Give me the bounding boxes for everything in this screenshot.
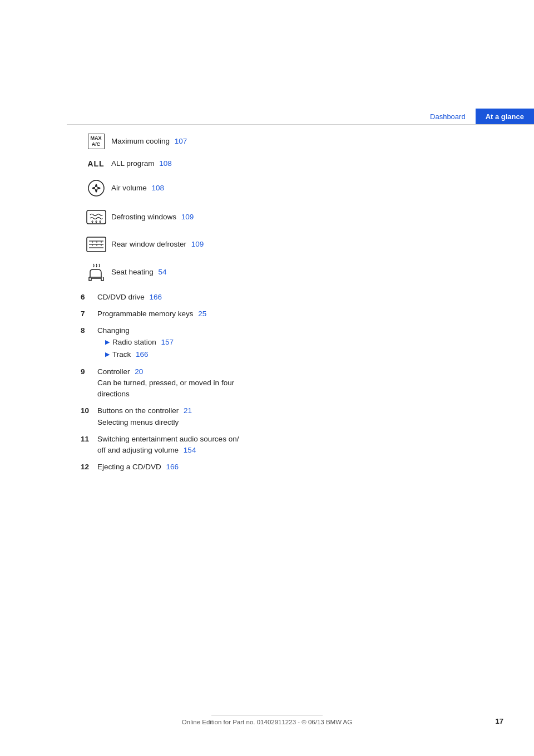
item-6-page[interactable]: 166 [150,293,162,301]
rear-defroster-page[interactable]: 109 [191,240,204,248]
seat-heating-page[interactable]: 54 [159,268,167,276]
item-7-page[interactable]: 25 [198,310,206,318]
item-9-num: 9 [81,366,97,400]
page-number: 17 [496,717,503,725]
item-9-content: Controller 20 Can be turned, pressed, or… [97,366,414,400]
air-vol-icon [81,178,111,198]
all-program-page[interactable]: 108 [159,159,172,168]
footer-text: Online Edition for Part no. 01402911223 … [182,719,352,725]
rear-defroster-icon [81,236,111,253]
main-content: MAX A/C Maximum cooling 107 ALL ALL prog… [81,134,414,479]
item-11-page[interactable]: 154 [184,446,196,454]
item-8-content: Changing ▶ Radio station 157 ▶ Track 166 [97,325,414,360]
sub-track-label: Track 166 [112,348,149,361]
list-item-7: 7 Programmable memory keys 25 [81,308,414,320]
defrost-windows-icon [81,208,111,226]
item-10-page[interactable]: 21 [184,406,192,415]
item-9-page[interactable]: 20 [135,367,143,376]
footer: Online Edition for Part no. 01402911223 … [0,715,534,725]
all-program-label: ALL program 108 [111,159,172,168]
item-7-content: Programmable memory keys 25 [97,308,414,320]
arrow-icon-track: ▶ [105,350,110,360]
sub-item-track: ▶ Track 166 [105,348,414,361]
header-tabs: Dashboard At a glance [420,109,534,124]
dashboard-tab-label: Dashboard [430,112,466,121]
item-11-label: Switching entertainment audio sources on… [97,434,414,456]
item-10-content: Buttons on the controller 21 Selecting m… [97,405,414,428]
icon-row-defrost-windows: Defrosting windows 109 [81,208,414,226]
header-line [67,124,534,125]
sub-radio-label: Radio station 157 [112,336,174,348]
sub-track-page[interactable]: 166 [136,350,149,359]
item-10-num: 10 [81,405,97,428]
list-item-12: 12 Ejecting a CD/DVD 166 [81,462,414,473]
list-item-10: 10 Buttons on the controller 21 Selectin… [81,405,414,428]
item-10-desc: Selecting menus directly [97,417,414,428]
all-icon: ALL [81,159,111,168]
list-item-6: 6 CD/DVD drive 166 [81,292,414,303]
item-9-desc: Can be turned, pressed, or moved in four… [97,377,414,400]
svg-point-1 [95,186,98,190]
icon-row-seat-heating: Seat heating 54 [81,263,414,282]
item-12-content: Ejecting a CD/DVD 166 [97,462,414,473]
numbered-list: 6 CD/DVD drive 166 7 Programmable memory… [81,292,414,473]
item-6-num: 6 [81,292,97,303]
icon-row-rear-defroster: Rear window defroster 109 [81,236,414,253]
item-11-content: Switching entertainment audio sources on… [97,434,414,456]
item-6-content: CD/DVD drive 166 [97,292,414,303]
list-item-9: 9 Controller 20 Can be turned, pressed, … [81,366,414,400]
seat-heating-icon [81,263,111,282]
list-item-11: 11 Switching entertainment audio sources… [81,434,414,456]
sub-radio-page[interactable]: 157 [161,338,174,346]
item-12-num: 12 [81,462,97,473]
arrow-icon-radio: ▶ [105,337,110,347]
icon-row-air-volume: Air volume 108 [81,178,414,198]
item-7-num: 7 [81,308,97,320]
item-9-label: Controller 20 [97,366,414,377]
ataglance-tab-label: At a glance [486,112,524,121]
item-10-label: Buttons on the controller 21 [97,405,414,416]
tab-dashboard[interactable]: Dashboard [420,109,476,124]
seat-heating-label: Seat heating 54 [111,268,167,276]
list-item-8: 8 Changing ▶ Radio station 157 ▶ Track 1… [81,325,414,360]
max-ac-icon: MAX A/C [81,134,111,149]
tab-ataglance[interactable]: At a glance [476,109,534,124]
sub-item-radio: ▶ Radio station 157 [105,336,414,348]
item-11-num: 11 [81,434,97,456]
defrost-windows-page[interactable]: 109 [181,213,194,221]
icon-row-all-program: ALL ALL program 108 [81,159,414,168]
rear-defroster-label: Rear window defroster 109 [111,240,204,248]
item-8-label: Changing [97,325,414,336]
max-cooling-page[interactable]: 107 [175,137,187,145]
item-8-num: 8 [81,325,97,360]
max-cooling-label: Maximum cooling 107 [111,137,187,145]
icon-row-max-cooling: MAX A/C Maximum cooling 107 [81,134,414,149]
air-volume-page[interactable]: 108 [152,184,165,192]
footer-line [211,715,323,715]
item-12-page[interactable]: 166 [166,463,179,471]
defrost-windows-label: Defrosting windows 109 [111,213,194,221]
air-volume-label: Air volume 108 [111,184,164,192]
